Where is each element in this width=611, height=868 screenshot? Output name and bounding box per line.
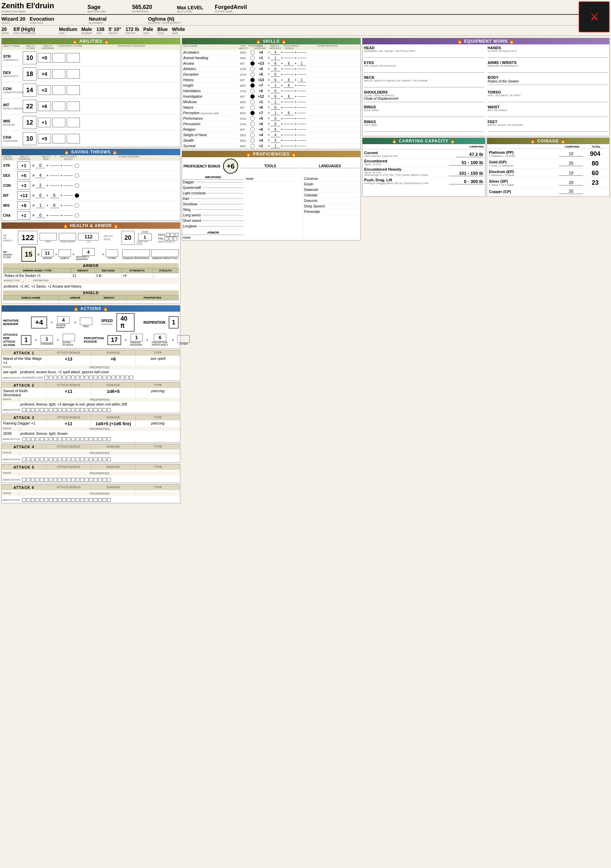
ammo-check-4-0[interactable] — [22, 457, 26, 461]
ammo-check-3-17[interactable] — [98, 437, 102, 441]
ammo-check-4-4[interactable] — [40, 457, 44, 461]
ammo-check-4-9[interactable] — [62, 457, 66, 461]
ammo-check-3-9[interactable] — [62, 437, 66, 441]
ammo-check-4-6[interactable] — [49, 457, 53, 461]
ammo-check-4-7[interactable] — [53, 457, 57, 461]
ammo-check-4-5[interactable] — [44, 457, 48, 461]
ammo-check-3-0[interactable] — [22, 437, 26, 441]
ammo-check-6-0[interactable] — [22, 498, 26, 502]
ammo-check-2-0[interactable] — [22, 408, 26, 412]
ammo-check-6-5[interactable] — [44, 498, 48, 502]
ammo-check-2-1[interactable] — [26, 408, 30, 412]
fail-check-3[interactable] — [174, 237, 177, 240]
ammo-check-4-8[interactable] — [58, 457, 62, 461]
ammo-check-1-5[interactable] — [67, 376, 71, 380]
ammo-check-6-4[interactable] — [40, 498, 44, 502]
ammo-check-3-12[interactable] — [76, 437, 79, 441]
ammo-check-1-11[interactable] — [93, 376, 97, 380]
ammo-check-2-2[interactable] — [31, 408, 35, 412]
ammo-check-1-12[interactable] — [98, 376, 102, 380]
ammo-check-6-3[interactable] — [36, 498, 39, 502]
ammo-check-2-8[interactable] — [58, 408, 62, 412]
ammo-check-1-13[interactable] — [103, 376, 106, 380]
ammo-check-5-16[interactable] — [93, 478, 97, 482]
ammo-check-2-19[interactable] — [107, 408, 111, 412]
ammo-check-1-4[interactable] — [62, 376, 66, 380]
ammo-check-1-15[interactable] — [112, 376, 115, 380]
ammo-check-2-3[interactable] — [36, 408, 39, 412]
ammo-check-1-2[interactable] — [53, 376, 57, 380]
ammo-check-2-13[interactable] — [80, 408, 84, 412]
pass-check-3[interactable] — [175, 233, 179, 237]
ammo-check-6-7[interactable] — [53, 498, 57, 502]
ammo-check-2-14[interactable] — [85, 408, 89, 412]
ammo-check-3-5[interactable] — [44, 437, 48, 441]
ammo-check-6-17[interactable] — [98, 498, 102, 502]
pass-check-1[interactable] — [166, 233, 170, 237]
ammo-check-4-11[interactable] — [71, 457, 75, 461]
ammo-check-1-3[interactable] — [58, 376, 62, 380]
ammo-check-3-14[interactable] — [85, 437, 89, 441]
ammo-check-1-10[interactable] — [89, 376, 93, 380]
ammo-check-5-8[interactable] — [58, 478, 62, 482]
ammo-check-5-1[interactable] — [26, 478, 30, 482]
ammo-check-1-14[interactable] — [107, 376, 111, 380]
ammo-check-4-12[interactable] — [76, 457, 79, 461]
ammo-check-1-17[interactable] — [120, 376, 124, 380]
ammo-check-4-16[interactable] — [93, 457, 97, 461]
ammo-check-6-18[interactable] — [103, 498, 106, 502]
ammo-check-6-12[interactable] — [76, 498, 79, 502]
ammo-check-1-18[interactable] — [125, 376, 129, 380]
ammo-check-3-4[interactable] — [40, 437, 44, 441]
ammo-check-3-6[interactable] — [49, 437, 53, 441]
ammo-check-4-18[interactable] — [103, 457, 106, 461]
ammo-check-2-18[interactable] — [103, 408, 106, 412]
ammo-check-6-15[interactable] — [89, 498, 93, 502]
ammo-check-5-7[interactable] — [53, 478, 57, 482]
ammo-check-1-0[interactable] — [44, 376, 48, 380]
fail-check-1[interactable] — [165, 237, 168, 240]
ammo-check-3-18[interactable] — [103, 437, 106, 441]
ammo-check-1-8[interactable] — [80, 376, 84, 380]
ammo-check-2-9[interactable] — [62, 408, 66, 412]
ammo-check-2-4[interactable] — [40, 408, 44, 412]
ammo-check-5-4[interactable] — [40, 478, 44, 482]
ammo-check-1-9[interactable] — [85, 376, 89, 380]
ammo-check-3-7[interactable] — [53, 437, 57, 441]
ammo-check-4-1[interactable] — [26, 457, 30, 461]
ammo-check-4-14[interactable] — [85, 457, 89, 461]
ammo-check-3-19[interactable] — [107, 437, 111, 441]
ammo-check-2-12[interactable] — [76, 408, 79, 412]
ammo-check-6-14[interactable] — [85, 498, 89, 502]
ammo-check-5-13[interactable] — [80, 478, 84, 482]
ammo-check-5-0[interactable] — [22, 478, 26, 482]
ammo-check-6-13[interactable] — [80, 498, 84, 502]
ammo-check-6-8[interactable] — [58, 498, 62, 502]
ammo-check-3-1[interactable] — [26, 437, 30, 441]
ammo-check-6-11[interactable] — [71, 498, 75, 502]
ammo-check-5-12[interactable] — [76, 478, 79, 482]
ammo-check-5-6[interactable] — [49, 478, 53, 482]
ammo-check-3-15[interactable] — [89, 437, 93, 441]
ammo-check-4-15[interactable] — [89, 457, 93, 461]
ammo-check-6-2[interactable] — [31, 498, 35, 502]
ammo-check-5-14[interactable] — [85, 478, 89, 482]
ammo-check-3-11[interactable] — [71, 437, 75, 441]
ammo-check-5-19[interactable] — [107, 478, 111, 482]
ammo-check-1-6[interactable] — [71, 376, 75, 380]
ammo-check-2-17[interactable] — [98, 408, 102, 412]
ammo-check-2-11[interactable] — [71, 408, 75, 412]
ammo-check-5-9[interactable] — [62, 478, 66, 482]
ammo-check-5-18[interactable] — [103, 478, 106, 482]
ammo-check-4-2[interactable] — [31, 457, 35, 461]
ammo-check-2-6[interactable] — [49, 408, 53, 412]
ammo-check-2-5[interactable] — [44, 408, 48, 412]
ammo-check-6-1[interactable] — [26, 498, 30, 502]
ammo-check-4-19[interactable] — [107, 457, 111, 461]
ammo-check-2-15[interactable] — [89, 408, 93, 412]
ammo-check-1-1[interactable] — [49, 376, 53, 380]
ammo-check-5-5[interactable] — [44, 478, 48, 482]
ammo-check-5-2[interactable] — [31, 478, 35, 482]
ammo-check-3-16[interactable] — [93, 437, 97, 441]
ammo-check-3-8[interactable] — [58, 437, 62, 441]
